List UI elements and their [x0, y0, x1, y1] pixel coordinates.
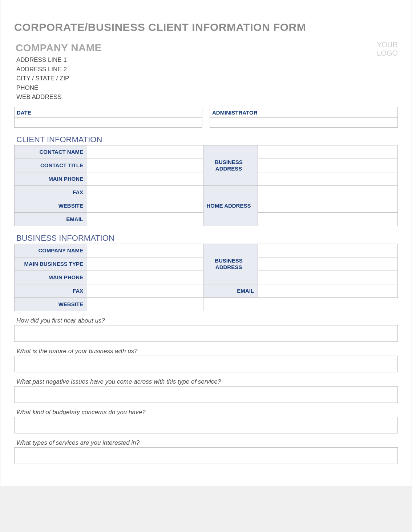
address-line-2: ADDRESS LINE 2: [16, 65, 102, 74]
form-title: CORPORATE/BUSINESS CLIENT INFORMATION FO…: [14, 21, 398, 33]
label-fax-biz: FAX: [15, 284, 87, 297]
input-email-client[interactable]: [87, 212, 203, 226]
client-info-table: CONTACT NAME BUSINESS ADDRESS CONTACT TI…: [14, 145, 398, 226]
input-home-address-client-2[interactable]: [258, 199, 398, 212]
label-contact-name: CONTACT NAME: [15, 145, 87, 159]
address-line-1: ADDRESS LINE 1: [16, 55, 102, 65]
input-business-address-biz-1[interactable]: [258, 244, 398, 257]
input-company-name-biz[interactable]: [87, 244, 203, 257]
input-contact-name[interactable]: [87, 145, 203, 159]
label-fax-client: FAX: [15, 185, 87, 199]
question-5-label: What types of services are you intereste…: [16, 439, 398, 447]
input-main-phone-biz[interactable]: [87, 271, 203, 284]
question-2-input[interactable]: [14, 356, 398, 372]
label-contact-title: CONTACT TITLE: [15, 159, 87, 172]
section-business-information: BUSINESS INFORMATION: [16, 233, 398, 243]
section-client-information: CLIENT INFORMATION: [16, 135, 398, 144]
label-company-name-biz: COMPANY NAME: [15, 244, 87, 257]
logo-placeholder: YOUR LOGO: [377, 40, 398, 57]
input-website-biz[interactable]: [87, 297, 203, 311]
input-home-address-client-3[interactable]: [258, 212, 398, 226]
input-contact-title[interactable]: [87, 159, 203, 172]
input-website-client[interactable]: [87, 199, 203, 212]
date-admin-table: DATE ADMINISTRATOR: [14, 107, 398, 128]
input-business-address-biz-2[interactable]: [258, 257, 398, 271]
label-main-phone-client: MAIN PHONE: [15, 172, 87, 185]
company-address-block: ADDRESS LINE 1 ADDRESS LINE 2 CITY / STA…: [16, 55, 102, 102]
input-home-address-client-1[interactable]: [258, 185, 398, 199]
date-input[interactable]: [15, 117, 202, 127]
input-fax-biz[interactable]: [87, 284, 203, 297]
label-email-biz: EMAIL: [203, 284, 258, 297]
input-email-biz[interactable]: [258, 284, 398, 297]
label-main-business-type: MAIN BUSINESS TYPE: [15, 257, 87, 271]
input-business-address-biz-3[interactable]: [258, 271, 398, 284]
question-3-label: What past negative issues have you come …: [16, 378, 398, 385]
label-website-biz: WEBSITE: [15, 297, 87, 311]
question-1-label: How did you first hear about us?: [16, 317, 398, 324]
logo-placeholder-line-2: LOGO: [377, 49, 398, 57]
question-5-input[interactable]: [14, 447, 398, 464]
input-main-phone-client[interactable]: [87, 172, 203, 185]
input-business-address-client-3[interactable]: [258, 172, 398, 185]
label-email-client: EMAIL: [15, 212, 87, 226]
label-home-address-client: HOME ADDRESS: [203, 185, 258, 226]
administrator-input[interactable]: [210, 117, 398, 127]
address-web: WEB ADDRESS: [16, 92, 102, 102]
label-main-phone-biz: MAIN PHONE: [15, 271, 87, 284]
question-4-input[interactable]: [14, 417, 398, 433]
administrator-label: ADMINISTRATOR: [210, 107, 398, 117]
form-sheet: CORPORATE/BUSINESS CLIENT INFORMATION FO…: [0, 0, 412, 486]
company-name-heading: COMPANY NAME: [16, 42, 102, 54]
label-website-client: WEBSITE: [15, 199, 87, 212]
input-business-address-client-1[interactable]: [258, 145, 398, 159]
question-2-label: What is the nature of your business with…: [16, 348, 398, 355]
question-1-input[interactable]: [14, 325, 398, 342]
label-business-address-client: BUSINESS ADDRESS: [203, 145, 258, 185]
input-business-address-client-2[interactable]: [258, 159, 398, 172]
logo-placeholder-line-1: YOUR: [377, 41, 398, 49]
label-business-address-biz: BUSINESS ADDRESS: [203, 244, 258, 284]
question-4-label: What kind of budgetary concerns do you h…: [16, 409, 398, 416]
address-city-state-zip: CITY / STATE / ZIP: [16, 74, 102, 83]
business-info-table: COMPANY NAME BUSINESS ADDRESS MAIN BUSIN…: [14, 244, 398, 311]
question-3-input[interactable]: [14, 386, 398, 403]
input-fax-client[interactable]: [87, 185, 203, 199]
date-label: DATE: [15, 107, 202, 117]
input-main-business-type[interactable]: [87, 257, 203, 271]
address-phone: PHONE: [16, 83, 102, 93]
